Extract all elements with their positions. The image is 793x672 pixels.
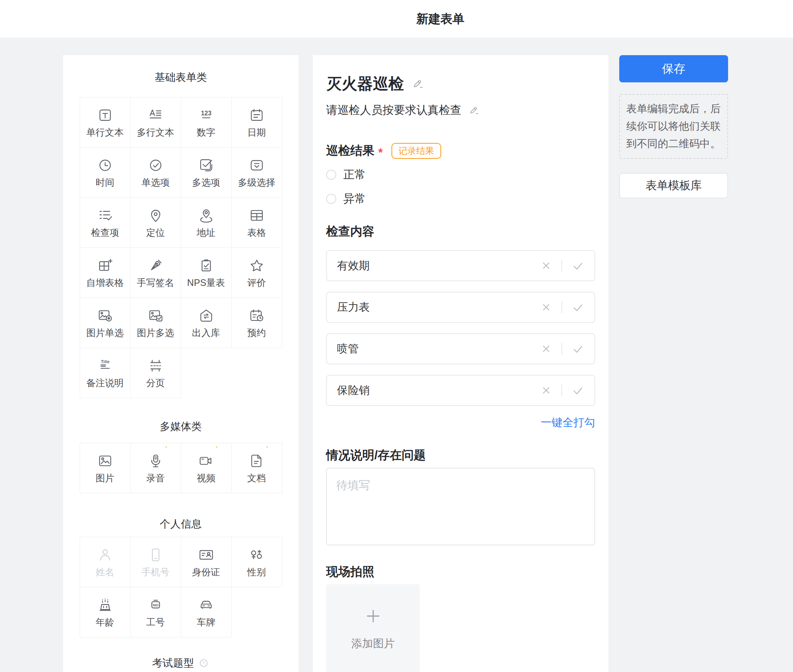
field-type-check-item[interactable]: 检查项 bbox=[80, 197, 131, 248]
section-title-personal: 个人信息 bbox=[63, 518, 299, 530]
field-type-pagination[interactable]: 分页 bbox=[130, 348, 181, 398]
mark-right-icon[interactable] bbox=[571, 259, 584, 272]
radio-icon[interactable] bbox=[326, 170, 336, 180]
field-type-booking[interactable]: 预约 bbox=[231, 298, 282, 348]
field-type-nps-scale[interactable]: NPS量表 bbox=[181, 247, 232, 298]
field-type-location[interactable]: 定位 bbox=[130, 197, 181, 248]
mark-right-icon[interactable] bbox=[571, 384, 584, 397]
divider bbox=[561, 301, 562, 313]
field-type-cascade-select[interactable]: 多级选择 bbox=[231, 147, 282, 198]
grid-row: 年龄 工号 车牌 bbox=[80, 587, 282, 637]
grid-row: 时间 单选项 多选项 多级选择 bbox=[80, 147, 282, 198]
field-type-single-line-text[interactable]: 单行文本 bbox=[80, 97, 131, 148]
divider bbox=[561, 343, 562, 355]
field-type-document[interactable]: V文档 bbox=[231, 443, 282, 493]
form-description-row: 请巡检人员按要求认真检查 bbox=[326, 103, 595, 117]
field-type-time[interactable]: 时间 bbox=[80, 147, 131, 198]
field-type-image-single-choice[interactable]: 图片单选 bbox=[80, 298, 131, 348]
mark-wrong-icon[interactable] bbox=[540, 260, 552, 272]
field-type-single-choice[interactable]: 单选项 bbox=[130, 147, 181, 198]
component-library-panel: 基础表单类 单行文本 多行文本 数字 日期 时间 单选项 多选项 多级选择 检查… bbox=[63, 55, 299, 672]
gender-symbols-icon bbox=[248, 547, 265, 563]
record-result-tag[interactable]: 记录结果 bbox=[391, 143, 441, 159]
mark-right-icon[interactable] bbox=[571, 343, 584, 355]
divider bbox=[561, 260, 562, 272]
mark-right-icon[interactable] bbox=[571, 301, 584, 314]
field-type-number[interactable]: 数字 bbox=[181, 97, 232, 148]
field-type-employee-no[interactable]: 工号 bbox=[130, 587, 181, 637]
field-type-id-card[interactable]: 身份证 bbox=[181, 537, 232, 587]
microphone-icon bbox=[147, 453, 164, 469]
save-button[interactable]: 保存 bbox=[619, 55, 728, 82]
field-type-date[interactable]: 日期 bbox=[231, 97, 282, 148]
field-type-multi-line-text[interactable]: 多行文本 bbox=[130, 97, 181, 148]
template-library-button[interactable]: 表单模板库 bbox=[619, 173, 728, 198]
field-type-multi-choice[interactable]: 多选项 bbox=[181, 147, 232, 198]
check-item-row[interactable]: 保险销 bbox=[326, 375, 595, 406]
field-type-video[interactable]: V视频 bbox=[181, 443, 232, 493]
form-title[interactable]: 灭火器巡检 bbox=[326, 74, 404, 93]
mark-wrong-icon[interactable] bbox=[540, 385, 552, 396]
field-type-table[interactable]: 表格 bbox=[231, 197, 282, 248]
add-image-upload[interactable]: 添加图片 bbox=[326, 584, 420, 672]
upload-label: 添加图片 bbox=[351, 636, 395, 651]
field-type-address[interactable]: 地址 bbox=[181, 197, 232, 248]
field-type-audio-record[interactable]: V录音 bbox=[130, 443, 181, 493]
multi-line-text-icon bbox=[147, 107, 164, 124]
radio-options: 正常 异常 bbox=[326, 168, 595, 206]
hint-note: 表单编辑完成后，后续你可以将他们关联到不同的二维码中。 bbox=[619, 94, 728, 159]
star-icon bbox=[248, 257, 265, 274]
help-question-icon[interactable] bbox=[198, 657, 210, 669]
smartphone-icon bbox=[147, 547, 164, 563]
form-title-row: 灭火器巡检 bbox=[326, 74, 595, 93]
calendar-icon bbox=[248, 107, 265, 124]
check-item-label: 压力表 bbox=[337, 300, 540, 315]
grid-row: 图片单选 图片多选 出入库 预约 bbox=[80, 298, 282, 348]
edit-description-pencil-icon[interactable] bbox=[468, 105, 479, 115]
map-pin-icon bbox=[147, 207, 164, 224]
field-type-rating[interactable]: 评价 bbox=[231, 247, 282, 298]
form-description[interactable]: 请巡检人员按要求认真检查 bbox=[326, 103, 461, 117]
remark-section-title: 情况说明/存在问题 bbox=[326, 447, 595, 463]
id-card-icon bbox=[198, 547, 215, 563]
image-check-icon bbox=[147, 307, 164, 324]
field-type-warehouse-in-out[interactable]: 出入库 bbox=[181, 298, 232, 348]
question-label-row: 巡检结果 * 记录结果 bbox=[326, 142, 595, 159]
check-item-label: 保险销 bbox=[337, 383, 540, 398]
section-title-basic: 基础表单类 bbox=[63, 71, 299, 83]
field-type-image-multi-choice[interactable]: 图片多选 bbox=[130, 298, 181, 348]
required-asterisk: * bbox=[378, 146, 383, 159]
car-icon bbox=[198, 597, 215, 613]
field-type-gender[interactable]: 性别 bbox=[231, 537, 282, 587]
mark-wrong-icon[interactable] bbox=[540, 343, 552, 355]
number-123-icon bbox=[198, 107, 215, 124]
check-all-link[interactable]: 一键全打勾 bbox=[541, 416, 595, 428]
action-sidebar: 保存 表单编辑完成后，后续你可以将他们关联到不同的二维码中。 表单模板库 bbox=[619, 55, 728, 198]
radio-icon[interactable] bbox=[326, 194, 336, 204]
check-item-row[interactable]: 有效期 bbox=[326, 250, 595, 281]
field-type-age[interactable]: 年龄 bbox=[80, 587, 131, 637]
radio-option-normal[interactable]: 正常 bbox=[326, 168, 595, 182]
grid-row: 图片 V录音 V视频 V文档 bbox=[80, 443, 282, 493]
field-type-handwritten-signature[interactable]: 手写签名 bbox=[130, 247, 181, 298]
form-canvas-panel: 灭火器巡检 请巡检人员按要求认真检查 巡检结果 * 记录结果 正常 异常 检查内… bbox=[313, 55, 608, 672]
check-item-row[interactable]: 压力表 bbox=[326, 292, 595, 323]
section-title-exam: 考试题型 bbox=[63, 657, 299, 669]
check-item-row[interactable]: 喷管 bbox=[326, 333, 595, 364]
radio-option-abnormal[interactable]: 异常 bbox=[326, 192, 595, 206]
plus-icon bbox=[363, 606, 383, 626]
field-type-auto-increment-table[interactable]: 自增表格 bbox=[80, 247, 131, 298]
single-line-text-icon bbox=[97, 107, 114, 124]
field-type-remark-note[interactable]: 备注说明 bbox=[80, 348, 131, 398]
field-type-image[interactable]: 图片 bbox=[80, 443, 131, 493]
check-item-actions bbox=[540, 343, 584, 355]
remark-textarea[interactable] bbox=[326, 468, 595, 545]
clock-icon bbox=[97, 157, 114, 174]
number-badge-icon bbox=[147, 597, 164, 613]
edit-title-pencil-icon[interactable] bbox=[412, 78, 423, 89]
page-title: 新建表单 bbox=[0, 0, 793, 38]
check-section-title: 检查内容 bbox=[326, 224, 595, 239]
mark-wrong-icon[interactable] bbox=[540, 301, 552, 313]
field-type-license-plate[interactable]: 车牌 bbox=[181, 587, 232, 637]
page-header: 新建表单 bbox=[0, 0, 793, 38]
